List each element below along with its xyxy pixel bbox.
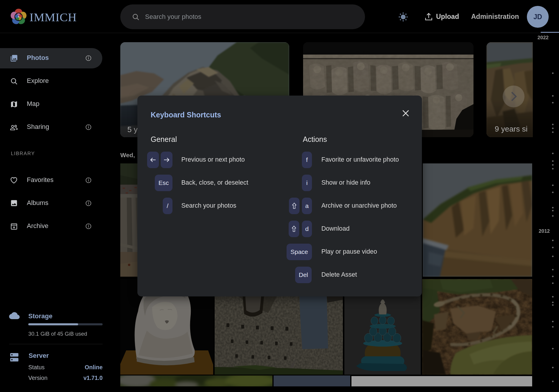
svg-text:9 years si: 9 years si: [495, 124, 527, 133]
